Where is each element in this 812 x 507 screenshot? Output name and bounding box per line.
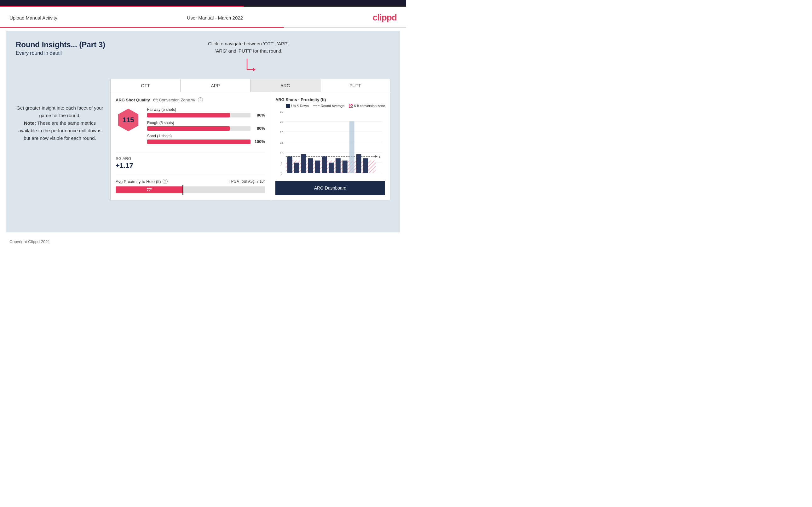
bar-fill-sand [147,139,251,144]
manual-label: User Manual - March 2022 [187,15,243,20]
chart-svg: 0 5 10 15 20 25 30 [275,110,385,176]
bar-fill-rough [147,126,230,131]
top-bar [0,0,406,7]
page-subtitle: Every round in detail [16,50,105,56]
proximity-bar-track: 77' [116,186,265,193]
bar-track-rough [147,126,251,131]
note-label: Note: [24,120,36,126]
top-bar-accent [0,6,406,7]
sg-value: +1.17 [116,162,265,170]
legend-label-updown: Up & Down [291,104,309,108]
legend-item-avg: Round Average [313,104,345,108]
header-divider [0,27,406,28]
bar-row-sand: Sand (1 shots) 100% [147,134,265,144]
sg-section: SG ARG +1.17 [116,152,265,170]
svg-text:10: 10 [280,151,284,155]
svg-rect-20 [287,157,292,173]
bar-percent-fairway: 80% [253,113,265,117]
svg-text:15: 15 [280,141,284,144]
svg-text:8: 8 [379,155,380,158]
svg-text:5: 5 [281,162,283,165]
bar-fill-fairway [147,113,230,117]
legend-label-avg: Round Average [321,104,345,108]
svg-rect-26 [328,163,334,173]
legend-dashed-avg [313,106,319,106]
svg-rect-24 [315,161,320,173]
tab-ott[interactable]: OTT [111,79,181,92]
bar-label-sand: Sand (1 shots) [147,134,265,138]
tabs-container: OTT APP ARG PUTT [111,79,390,92]
bar-track-fairway [147,113,251,117]
hexagon-score: 115 [116,107,141,132]
proximity-header: Avg Proximity to Hole (ft) ? ↑ PGA Tour … [116,179,265,184]
svg-rect-31 [363,158,368,173]
page-title: Round Insights... (Part 3) [16,40,105,49]
card-body: ARG Shot Quality 6ft Conversion Zone % ?… [111,92,390,200]
bar-label-fairway: Fairway (5 shots) [147,107,265,112]
legend-box-updown [286,104,290,108]
proximity-label-text: Avg Proximity to Hole (ft) [116,179,161,184]
insight-text: Get greater insight into each facet of y… [16,104,104,142]
pga-avg-label: ↑ PGA Tour Avg: 7'10" [228,179,265,184]
svg-rect-27 [336,158,341,173]
svg-rect-28 [343,161,348,173]
svg-rect-21 [294,163,299,173]
legend-item-updown: Up & Down [286,104,309,108]
legend-hatched-conversion [349,104,353,108]
svg-rect-23 [308,158,313,173]
shot-quality-bars: Fairway (5 shots) 80% Rough [147,107,265,147]
bar-percent-sand: 100% [253,139,265,144]
header: Upload Manual Activity User Manual - Mar… [0,7,406,27]
conversion-zone-label: 6ft Conversion Zone % [153,98,195,102]
chart-title: ARG Shots - Proximity (ft) [275,97,326,102]
bar-row-rough: Rough (5 shots) 80% [147,121,265,131]
svg-rect-30 [356,154,361,173]
sg-label: SG ARG [116,156,265,161]
hex-value: 115 [122,116,134,124]
svg-text:25: 25 [280,120,284,123]
copyright-text: Copyright Clippd 2021 [9,239,50,244]
chart-legend: Up & Down Round Average 6 ft conversion … [275,104,385,108]
legend-item-conversion: 6 ft conversion zone [349,104,385,108]
svg-rect-22 [301,154,306,173]
content-layout: Get greater insight into each facet of y… [16,79,391,200]
main-card: OTT APP ARG PUTT ARG Shot Quality 6ft Co… [110,79,391,200]
upload-label: Upload Manual Activity [9,15,57,20]
svg-text:20: 20 [280,130,284,134]
bar-track-sand [147,139,251,144]
svg-text:30: 30 [280,110,284,113]
proximity-section: Avg Proximity to Hole (ft) ? ↑ PGA Tour … [116,175,265,193]
chart-area: 0 5 10 15 20 25 30 [275,110,385,177]
proximity-label: Avg Proximity to Hole (ft) ? [116,179,168,184]
proximity-bar-fill: 77' [116,186,183,193]
proximity-value: 77' [147,188,152,192]
svg-marker-17 [375,155,377,158]
tab-app[interactable]: APP [181,79,251,92]
svg-text:0: 0 [281,172,283,175]
score-row: 115 Fairway (5 shots) [116,107,265,147]
proximity-help-icon[interactable]: ? [163,179,168,184]
help-icon[interactable]: ? [198,97,203,102]
nav-hint: Click to navigate between 'OTT', 'APP','… [208,40,290,54]
bar-row-fairway: Fairway (5 shots) 80% [147,107,265,117]
footer: Copyright Clippd 2021 [0,235,406,248]
legend-label-conversion: 6 ft conversion zone [354,104,385,108]
card-right-panel: ARG Shots - Proximity (ft) Up & Down Rou… [270,92,390,200]
shot-quality-label: ARG Shot Quality [116,98,150,102]
svg-rect-25 [322,157,327,173]
bar-percent-rough: 80% [253,126,265,131]
tab-putt[interactable]: PUTT [320,79,390,92]
logo: clippd [373,13,397,23]
bar-label-rough: Rough (5 shots) [147,121,265,125]
card-left-panel: ARG Shot Quality 6ft Conversion Zone % ?… [111,92,270,200]
nav-arrow-icon [241,57,256,76]
tab-arg[interactable]: ARG [251,79,320,92]
svg-rect-29 [349,121,354,173]
arg-dashboard-button[interactable]: ARG Dashboard [275,181,385,195]
main-content: Round Insights... (Part 3) Every round i… [6,31,400,232]
svg-marker-0 [253,68,256,71]
left-panel: Get greater insight into each facet of y… [16,79,104,142]
section-header: ARG Shot Quality 6ft Conversion Zone % ? [116,97,265,102]
proximity-cursor [183,185,184,194]
